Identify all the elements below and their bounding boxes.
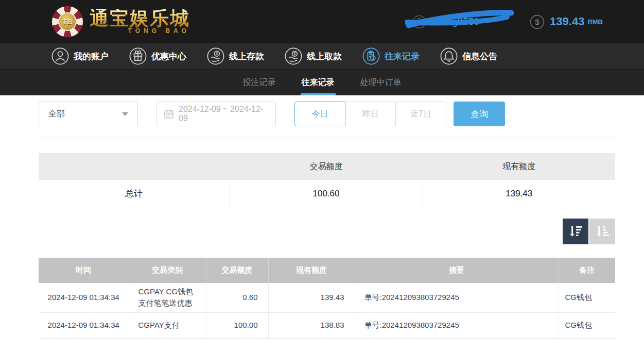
sort-ascending-button[interactable] xyxy=(589,219,615,244)
nav-item-announcements[interactable]: 信息公告 xyxy=(440,47,497,65)
header-right: cheng8550 $ 139.43 RMB xyxy=(412,9,603,34)
summary-header-blank xyxy=(39,153,230,180)
svg-text:$: $ xyxy=(293,51,296,56)
sort-descending-button[interactable] xyxy=(563,219,588,244)
avatar-icon xyxy=(412,15,426,29)
cell-summary: 单号:202412093803729245 xyxy=(355,312,559,338)
nav-item-my-account[interactable]: 我的账户 xyxy=(51,47,109,65)
nav-item-promotions[interactable]: 优惠中心 xyxy=(129,47,186,65)
summary-total-transaction: 100.60 xyxy=(230,180,423,208)
today-button[interactable]: 今日 xyxy=(294,102,345,126)
calendar-icon xyxy=(164,109,174,119)
quick-date-buttons: 今日 昨日 近7日 xyxy=(294,102,446,126)
records-subnav: 投注记录 往来记录 处理中订单 xyxy=(0,69,644,95)
cell-remark: CG钱包 xyxy=(559,283,615,313)
summary-header-row: 交易额度 现有额度 xyxy=(39,153,615,180)
top-header: TB 通宝娱乐城 TONG BAO cheng8550 xyxy=(0,0,644,43)
date-range-input[interactable]: 2024-12-09 ~ 2024-12-09 xyxy=(156,102,276,126)
table-row: 2024-12-09 01:34:34 CGPAY支付 100.00 138.8… xyxy=(39,312,615,338)
col-balance: 现有额度 xyxy=(268,258,355,283)
summary-table: 交易额度 现有额度 总计 100.60 139.43 xyxy=(39,153,615,208)
query-button[interactable]: 查询 xyxy=(454,102,505,126)
summary-total-label: 总计 xyxy=(39,180,230,208)
bell-icon xyxy=(440,47,458,65)
cell-type: CGPAY-CG钱包支付笔笔送优惠 xyxy=(129,283,206,313)
nav-item-deposit[interactable]: ¥ 线上存款 xyxy=(207,47,264,65)
username-text: cheng8550 xyxy=(431,16,479,27)
summary-total-current: 139.43 xyxy=(423,180,615,208)
summary-header-transaction: 交易额度 xyxy=(230,153,423,180)
withdraw-icon: $ xyxy=(285,47,302,65)
main-navigation: 我的账户 优惠中心 ¥ 线上存款 xyxy=(0,43,644,69)
cell-balance: 139.43 xyxy=(268,283,355,313)
records-header-row: 时间 交易类别 交易额度 现有额度 摘要 备注 xyxy=(39,258,615,283)
col-summary: 摘要 xyxy=(355,258,559,283)
user-account[interactable]: cheng8550 xyxy=(412,9,515,34)
balance-currency: RMB xyxy=(587,18,603,26)
summary-total-row: 总计 100.60 139.43 xyxy=(39,180,615,208)
col-amount: 交易额度 xyxy=(206,258,268,283)
cell-time: 2024-12-09 01:34:34 xyxy=(39,283,129,313)
table-row: 2024-12-09 01:34:34 CGPAY-CG钱包支付笔笔送优惠 0.… xyxy=(39,283,615,313)
gift-icon xyxy=(129,47,147,65)
nav-item-records[interactable]: 往来记录 xyxy=(362,47,420,65)
site-logo[interactable]: TB 通宝娱乐城 TONG BAO xyxy=(51,6,190,38)
section-divider xyxy=(39,138,615,138)
cell-summary: 单号:202412093803729245 xyxy=(355,283,559,313)
filter-bar: 全部 2024-12-09 ~ 2024-12-09 xyxy=(39,102,615,126)
cell-balance: 138.83 xyxy=(268,312,355,338)
cell-time: 2024-12-09 01:34:34 xyxy=(39,312,129,338)
site-title: 通宝娱乐城 xyxy=(90,9,190,29)
records-table: 时间 交易类别 交易额度 现有额度 摘要 备注 2024-12-09 01:34… xyxy=(39,258,615,339)
cell-remark: CG钱包 xyxy=(559,312,615,338)
balance-display[interactable]: $ 139.43 RMB xyxy=(530,14,603,29)
tab-transaction-records[interactable]: 往来记录 xyxy=(301,70,336,95)
last7days-button[interactable]: 近7日 xyxy=(395,102,446,126)
logo-text: 通宝娱乐城 TONG BAO xyxy=(90,9,190,35)
nav-item-withdraw[interactable]: $ 线上取款 xyxy=(285,47,342,65)
cell-amount: 100.00 xyxy=(206,312,268,338)
col-type: 交易类别 xyxy=(129,258,206,283)
records-icon xyxy=(362,47,380,65)
cell-amount: 0.60 xyxy=(206,283,268,313)
chip-monogram: TB xyxy=(58,12,77,31)
balance-amount: 139.43 xyxy=(550,15,584,28)
site-subtitle: TONG BAO xyxy=(128,27,190,35)
tab-processing-orders[interactable]: 处理中订单 xyxy=(359,70,403,95)
user-icon xyxy=(51,47,69,65)
select-value: 全部 xyxy=(48,109,65,120)
svg-text:$: $ xyxy=(535,18,539,26)
yesterday-button[interactable]: 昨日 xyxy=(345,102,396,126)
summary-header-current: 现有额度 xyxy=(423,153,615,180)
sort-descending-icon xyxy=(568,224,583,239)
page-content: 全部 2024-12-09 ~ 2024-12-09 xyxy=(0,102,644,351)
sort-ascending-icon xyxy=(595,224,610,239)
col-remark: 备注 xyxy=(559,258,615,283)
deposit-icon: ¥ xyxy=(207,47,224,65)
date-range-value: 2024-12-09 ~ 2024-12-09 xyxy=(179,105,268,123)
chevron-down-icon xyxy=(122,112,128,116)
dollar-circle-icon: $ xyxy=(530,14,545,29)
casino-chip-icon: TB xyxy=(51,6,83,38)
svg-text:¥: ¥ xyxy=(215,51,218,56)
transaction-type-select[interactable]: 全部 xyxy=(39,102,138,126)
cell-type: CGPAY支付 xyxy=(129,312,206,338)
tab-betting-records[interactable]: 投注记录 xyxy=(242,70,277,95)
col-time: 时间 xyxy=(39,258,129,283)
sort-controls xyxy=(39,219,615,244)
